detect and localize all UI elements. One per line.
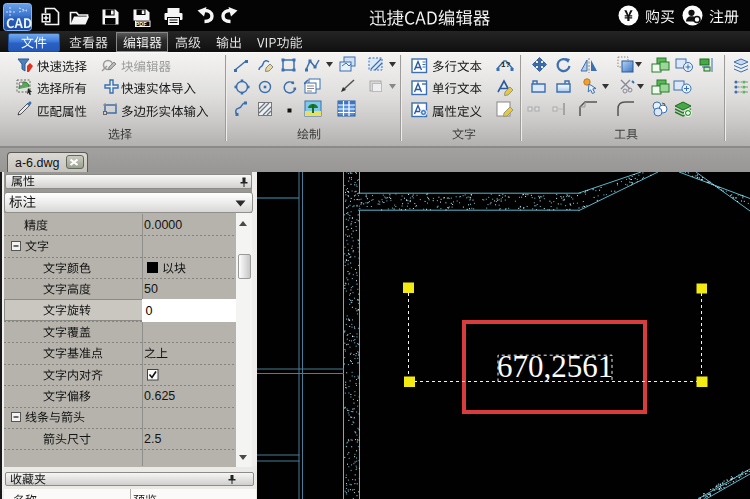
svg-text:1?: 1? — [501, 60, 510, 69]
svg-text:670,2561: 670,2561 — [497, 349, 613, 384]
